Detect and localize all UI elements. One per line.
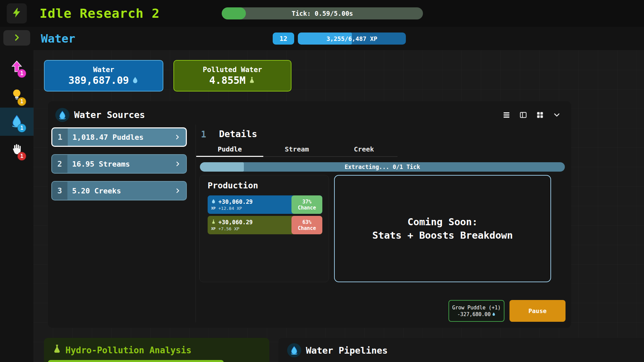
- flask-icon: [248, 74, 256, 86]
- source-label: 5.20 Creeks: [67, 187, 174, 195]
- water-resource-card[interactable]: Water 389,687.09: [44, 60, 163, 92]
- app-logo-button[interactable]: [7, 3, 27, 23]
- production-title: Production: [208, 181, 258, 190]
- sidebar-item-water[interactable]: 1: [0, 108, 34, 136]
- resource-value: 389,687.09: [68, 74, 129, 86]
- list-view-icon[interactable]: [501, 109, 512, 121]
- chance-word: Chance: [298, 225, 316, 231]
- chevron-right-icon: [174, 187, 186, 194]
- water-drop-icon: [287, 343, 301, 357]
- tab-puddle[interactable]: Puddle: [196, 143, 263, 157]
- panel-title: Water Pipelines: [306, 345, 388, 356]
- source-label: 1,018.47 Puddles: [68, 133, 174, 141]
- hydro-pollution-panel: Hydro-Pollution Analysis: [44, 338, 269, 362]
- source-index: 3: [52, 182, 67, 200]
- panel-title: Water Sources: [74, 108, 145, 122]
- lightning-bolt-icon: [11, 7, 22, 20]
- panel-title: Hydro-Pollution Analysis: [65, 345, 192, 355]
- flask-icon: [211, 219, 216, 226]
- tick-label: Tick: 0.59/5.00s: [222, 7, 423, 19]
- chance-percent: 37%: [302, 199, 311, 205]
- tick-progress-bar: Tick: 0.59/5.00s: [222, 7, 423, 19]
- source-item-streams[interactable]: 2 16.95 Streams: [51, 154, 187, 174]
- split-view-icon[interactable]: [518, 109, 529, 121]
- page-title: Water: [41, 27, 75, 50]
- xp-progress-bar: 3,255/6,487 XP: [298, 33, 406, 45]
- source-item-puddles[interactable]: 1 1,018.47 Puddles: [51, 127, 187, 147]
- production-card: Production XP +30,060.29 +12.84 XP 37% C…: [199, 175, 329, 282]
- hydro-action-button[interactable]: [48, 360, 224, 362]
- chevron-down-icon[interactable]: [551, 109, 562, 121]
- tab-stream[interactable]: Stream: [263, 143, 330, 156]
- tab-creek[interactable]: Creek: [330, 143, 397, 156]
- production-xp: +12.84 XP: [218, 206, 291, 211]
- chance-badge: 63% Chance: [291, 216, 322, 234]
- sidebar: 1 1 1 1: [0, 50, 34, 362]
- sidebar-item-prestige[interactable]: 1: [0, 53, 34, 81]
- sidebar-item-manual[interactable]: 1: [0, 136, 34, 164]
- extracting-progress-bar: Extracting... 0/1 Tick: [200, 162, 565, 172]
- resource-label: Polluted Water: [203, 66, 262, 74]
- details-title: Details: [219, 129, 257, 139]
- chevron-right-icon: [174, 160, 186, 168]
- chance-badge: 37% Chance: [291, 195, 322, 214]
- water-sources-panel: Water Sources 1 1,018.47 Puddles 2 16.95…: [48, 101, 571, 328]
- app-title: Idle Research 2: [40, 0, 160, 27]
- source-label: 16.95 Streams: [67, 160, 174, 168]
- badge-count: 1: [17, 69, 26, 78]
- details-tabs: Puddle Stream Creek: [196, 143, 397, 157]
- pause-button[interactable]: Pause: [509, 300, 566, 322]
- source-index: 2: [52, 155, 67, 173]
- resource-value: 4.855M: [209, 74, 246, 86]
- flask-icon: [52, 344, 62, 355]
- source-item-creeks[interactable]: 3 5.20 Creeks: [51, 181, 187, 200]
- xp-tag: XP: [211, 206, 215, 210]
- production-amount: +30,060.29: [218, 219, 291, 226]
- xp-tag: XP: [211, 227, 215, 231]
- chance-percent: 63%: [302, 219, 311, 225]
- coming-soon-box: Coming Soon: Stats + Boosts Breakdown: [334, 175, 551, 282]
- level-badge: 12: [273, 33, 294, 45]
- grow-button-cost: -327,680.00: [457, 311, 490, 317]
- sidebar-item-ideas[interactable]: 1: [0, 81, 34, 109]
- source-index: 1: [52, 128, 68, 146]
- sidebar-toggle-button[interactable]: [3, 30, 30, 46]
- grow-button-line1: Grow Puddle (+1): [452, 305, 501, 311]
- badge-count: 1: [17, 152, 26, 161]
- coming-soon-line1: Coming Soon:: [408, 216, 478, 228]
- chevron-right-icon: [174, 133, 186, 141]
- water-drop-icon: [131, 74, 139, 86]
- production-amount: +30,060.29: [218, 198, 291, 205]
- grow-puddle-button[interactable]: Grow Puddle (+1) -327,680.00: [448, 300, 504, 322]
- top-bar: Idle Research 2 Tick: 0.59/5.00s: [0, 0, 644, 27]
- water-drop-icon: [492, 311, 496, 317]
- water-pipelines-panel: Water Pipelines: [278, 338, 644, 362]
- chevron-right-icon: [12, 33, 21, 43]
- polluted-water-resource-card[interactable]: Polluted Water 4.855M: [173, 60, 291, 92]
- grid-view-icon[interactable]: [534, 109, 546, 121]
- page-bar: Water 12 3,255/6,487 XP: [0, 27, 644, 50]
- xp-label: 3,255/6,487 XP: [298, 33, 406, 45]
- extracting-label: Extracting... 0/1 Tick: [200, 162, 565, 172]
- details-index: 1: [201, 129, 206, 139]
- water-drop-icon: [55, 108, 69, 122]
- divider: [196, 125, 196, 322]
- production-xp: +7.56 XP: [218, 226, 291, 231]
- production-row-water: XP +30,060.29 +12.84 XP 37% Chance: [208, 195, 322, 214]
- production-row-polluted: XP +30,060.29 +7.56 XP 63% Chance: [208, 216, 322, 234]
- coming-soon-line2: Stats + Boosts Breakdown: [372, 230, 513, 241]
- chance-word: Chance: [298, 205, 316, 211]
- badge-count: 1: [17, 124, 26, 132]
- badge-count: 1: [17, 97, 26, 106]
- resource-label: Water: [93, 66, 114, 74]
- water-drop-icon: [211, 199, 216, 205]
